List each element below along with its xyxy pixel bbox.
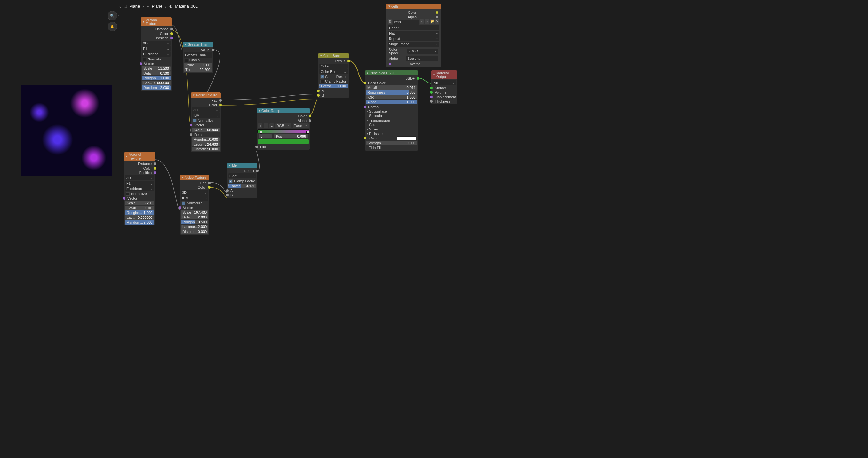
breadcrumb-object[interactable]: Plane [129, 4, 140, 9]
zoom-tool[interactable]: 🔍 [107, 11, 117, 21]
voronoi-texture-node-2[interactable]: ▾Voronoi Texture Distance Color Position… [124, 152, 155, 226]
input-socket[interactable] [389, 63, 392, 65]
output-socket[interactable] [154, 171, 156, 174]
emission-expand[interactable]: Emission [365, 131, 418, 136]
detail-input[interactable]: Detail0.010 [125, 206, 154, 210]
blend-mode-select[interactable]: Color Burn [319, 69, 348, 74]
stop-index[interactable]: 0 [259, 134, 272, 138]
lacunarity-input[interactable]: Lacun...24.600 [192, 142, 220, 146]
node-header[interactable]: ▾Greater Than [183, 42, 213, 47]
detail-input[interactable]: Detail2.000 [181, 215, 208, 220]
detail-input[interactable]: Detail0.300 [142, 71, 170, 75]
pan-tool[interactable]: ✋ [107, 22, 117, 31]
normalize-checkbox[interactable]: ✓Normalize [191, 118, 220, 123]
collapse-icon[interactable]: ▾ [433, 73, 435, 76]
normalize-checkbox[interactable]: Normalize [141, 57, 172, 61]
distortion-input[interactable]: Distortion0.000 [181, 229, 208, 234]
source-select[interactable]: Single Image [388, 41, 439, 47]
datatype-select[interactable]: Color [319, 64, 348, 69]
stop-position[interactable]: Pos0.066 [274, 134, 308, 138]
add-stop-button[interactable]: + [258, 124, 262, 128]
image-name-field[interactable]: cells [393, 20, 419, 25]
randomness-input[interactable]: Random...2.000 [142, 86, 170, 90]
alpha-mode-select[interactable]: Straight [406, 56, 438, 61]
input-socket[interactable] [317, 94, 320, 97]
input-socket[interactable] [226, 189, 228, 192]
node-header[interactable]: ▾Principled BSDF [365, 70, 418, 75]
colormode-select[interactable]: RGB [275, 124, 291, 128]
input-socket[interactable] [179, 206, 181, 209]
alpha-input[interactable]: Alpha1.000 [366, 100, 417, 104]
breadcrumb[interactable]: ‹ ⬚ Plane › ▽ Plane › ◐ Material.001 [119, 3, 198, 9]
sheen-expand[interactable]: Sheen [365, 127, 418, 131]
output-socket[interactable] [154, 167, 156, 169]
emission-color-swatch[interactable] [397, 136, 416, 140]
scale-input[interactable]: Scale8.200 [125, 201, 154, 205]
thin-film-expand[interactable]: Thin Film [365, 145, 418, 150]
projection-select[interactable]: Flat [388, 31, 439, 36]
input-socket[interactable] [364, 81, 366, 84]
collapse-icon[interactable]: ▾ [185, 43, 186, 46]
output-socket[interactable] [436, 16, 438, 18]
roughness-input[interactable]: Roughn...0.500 [181, 220, 208, 224]
scale-input[interactable]: Scale11.200 [142, 66, 170, 71]
node-header[interactable]: ▾Color Ramp [257, 108, 310, 113]
normalize-checkbox[interactable]: Normalize [124, 192, 155, 196]
output-socket[interactable] [154, 162, 156, 165]
clamp-checkbox[interactable]: Clamp [183, 58, 213, 62]
node-header[interactable]: ▾Color Burn [318, 53, 348, 58]
roughness-input[interactable]: Roughness0.855 [366, 90, 417, 95]
input-socket[interactable] [430, 96, 433, 98]
interpolation-select[interactable]: Linear [388, 25, 439, 30]
input-socket[interactable] [255, 145, 258, 148]
dimensions-select[interactable]: 3D [192, 107, 220, 112]
linked-icon[interactable]: ○ [420, 19, 424, 24]
color-burn-node[interactable]: ▾Color Burn Result Color Color Burn ✓Cla… [318, 53, 348, 98]
interpolation-select[interactable]: Ease [292, 124, 309, 128]
input-socket[interactable] [190, 133, 192, 136]
output-socket[interactable] [208, 182, 211, 184]
ior-input[interactable]: IOR1.500 [366, 95, 417, 99]
output-socket[interactable] [170, 28, 173, 30]
breadcrumb-back-icon[interactable]: ‹ [119, 3, 121, 9]
collapse-icon[interactable]: ▾ [143, 20, 144, 23]
scale-input[interactable]: Scale58.000 [192, 128, 220, 132]
output-socket[interactable] [212, 48, 214, 51]
noise-texture-node-1[interactable]: ▾Noise Texture Fac Color 3D fBM ✓Normali… [191, 92, 220, 152]
ramp-menu-button[interactable]: ⌄ [270, 124, 274, 128]
collapse-icon[interactable]: ▾ [229, 164, 231, 167]
output-socket[interactable] [347, 60, 350, 62]
node-header[interactable]: ▾Voronoi Texture [141, 17, 172, 26]
roughness-input[interactable]: Roughn...0.000 [192, 137, 220, 142]
clamp-factor-checkbox[interactable]: Clamp Factor [318, 79, 348, 84]
subsurface-expand[interactable]: Subsurface [365, 109, 418, 113]
output-socket[interactable] [170, 37, 173, 39]
remove-stop-button[interactable]: − [264, 124, 268, 128]
collapse-icon[interactable]: ▾ [126, 155, 128, 158]
dimensions-select[interactable]: 3D [142, 41, 170, 46]
node-header[interactable]: ▾Noise Texture [191, 92, 220, 98]
metric-select[interactable]: Euclidean [125, 186, 154, 191]
collapse-icon[interactable]: ▾ [182, 176, 183, 179]
output-socket[interactable] [256, 169, 258, 172]
coat-expand[interactable]: Coat [365, 123, 418, 127]
input-socket[interactable] [430, 87, 433, 89]
node-header[interactable]: ▾Material Output [431, 70, 457, 79]
transmission-expand[interactable]: Transmission [365, 118, 418, 123]
clamp-factor-checkbox[interactable]: ✓Clamp Factor [227, 179, 257, 183]
principled-bsdf-node[interactable]: ▾Principled BSDF BSDF Base Color Metalli… [365, 70, 418, 151]
feature-select[interactable]: F1 [142, 46, 170, 51]
collapse-icon[interactable]: ▾ [258, 109, 260, 112]
breadcrumb-mesh[interactable]: Plane [152, 4, 162, 9]
mix-node[interactable]: ▾Mix Result Float ✓Clamp Factor Factor0.… [227, 163, 257, 198]
distortion-input[interactable]: Distortion0.000 [192, 147, 220, 151]
type-select[interactable]: fBM [181, 195, 208, 200]
specular-expand[interactable]: Specular [365, 113, 418, 118]
toolbar-collapse-icon[interactable]: ‹ [118, 13, 120, 18]
ramp-stop-1[interactable] [306, 131, 309, 134]
factor-input[interactable]: Factor0.471 [228, 184, 256, 188]
output-socket[interactable] [219, 99, 222, 102]
value-input[interactable]: Value0.500 [184, 63, 212, 67]
threshold-input[interactable]: Thre...-22.200 [184, 67, 212, 72]
node-header[interactable]: ▾Voronoi Texture [124, 152, 155, 161]
